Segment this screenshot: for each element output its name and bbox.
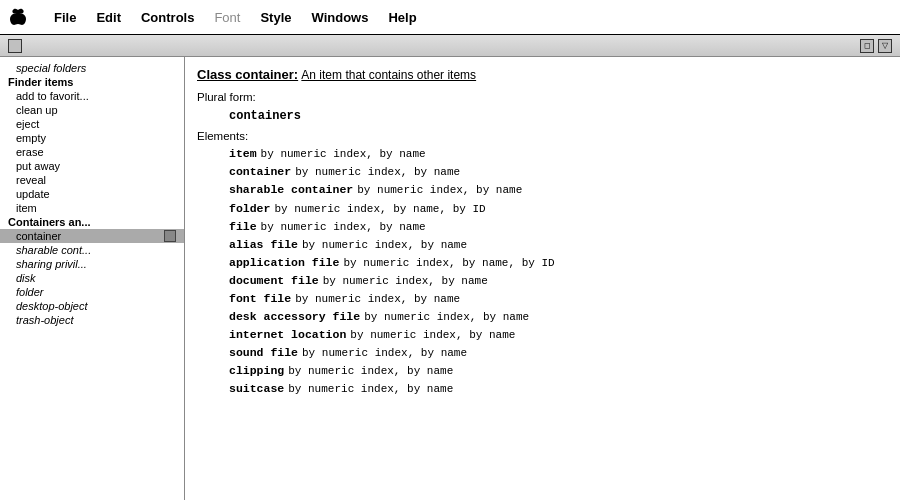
- element-name: font file: [229, 290, 291, 308]
- menu-item-windows[interactable]: Windows: [302, 8, 379, 27]
- sidebar-item-special-folders[interactable]: special folders: [0, 61, 184, 75]
- sidebar-item-update[interactable]: update: [0, 187, 184, 201]
- element-desc: by numeric index, by name: [261, 146, 426, 163]
- sidebar-item-container[interactable]: container: [0, 229, 184, 243]
- element-desc: by numeric index, by name: [302, 237, 467, 254]
- sidebar-item-item[interactable]: item: [0, 201, 184, 215]
- element-row: container by numeric index, by name: [197, 163, 888, 181]
- element-name: folder: [229, 200, 270, 218]
- element-name: document file: [229, 272, 319, 290]
- sidebar-item-erase[interactable]: erase: [0, 145, 184, 159]
- element-row: application file by numeric index, by na…: [197, 254, 888, 272]
- element-name: clipping: [229, 362, 284, 380]
- menu-bar: FileEditControlsFontStyleWindowsHelp: [0, 0, 900, 35]
- collapse-button[interactable]: ▽: [878, 39, 892, 53]
- element-desc: by numeric index, by name: [323, 273, 488, 290]
- element-row: file by numeric index, by name: [197, 218, 888, 236]
- menu-item-edit[interactable]: Edit: [86, 8, 131, 27]
- sidebar-item-add-to-favorit---[interactable]: add to favorit...: [0, 89, 184, 103]
- sidebar-item-empty[interactable]: empty: [0, 131, 184, 145]
- element-desc: by numeric index, by name: [288, 363, 453, 380]
- element-desc: by numeric index, by name, by ID: [343, 255, 554, 272]
- sidebar-item-reveal[interactable]: reveal: [0, 173, 184, 187]
- element-name: alias file: [229, 236, 298, 254]
- elements-label: Elements:: [197, 128, 888, 146]
- element-name: file: [229, 218, 257, 236]
- element-desc: by numeric index, by name: [357, 182, 522, 199]
- close-button[interactable]: [8, 39, 22, 53]
- sidebar-item-folder[interactable]: folder: [0, 285, 184, 299]
- element-row: folder by numeric index, by name, by ID: [197, 200, 888, 218]
- element-row: item by numeric index, by name: [197, 145, 888, 163]
- element-desc: by numeric index, by name: [261, 219, 426, 236]
- element-row: sound file by numeric index, by name: [197, 344, 888, 362]
- sidebar: special foldersFinder itemsadd to favori…: [0, 57, 185, 500]
- menu-item-style[interactable]: Style: [250, 8, 301, 27]
- element-name: suitcase: [229, 380, 284, 398]
- element-desc: by numeric index, by name: [288, 381, 453, 398]
- element-row: clipping by numeric index, by name: [197, 362, 888, 380]
- menu-item-controls[interactable]: Controls: [131, 8, 204, 27]
- title-bar: ◻ ▽: [0, 35, 900, 57]
- sidebar-item-put-away[interactable]: put away: [0, 159, 184, 173]
- zoom-button[interactable]: ◻: [860, 39, 874, 53]
- element-name: application file: [229, 254, 339, 272]
- sidebar-item-eject[interactable]: eject: [0, 117, 184, 131]
- sidebar-item-disk[interactable]: disk: [0, 271, 184, 285]
- window-controls: ◻ ▽: [860, 39, 892, 53]
- element-row: internet location by numeric index, by n…: [197, 326, 888, 344]
- element-row: document file by numeric index, by name: [197, 272, 888, 290]
- element-row: font file by numeric index, by name: [197, 290, 888, 308]
- elements-list: item by numeric index, by namecontainer …: [197, 145, 888, 398]
- element-row: desk accessory file by numeric index, by…: [197, 308, 888, 326]
- element-name: sharable container: [229, 181, 353, 199]
- plural-value: containers: [229, 107, 888, 126]
- element-desc: by numeric index, by name: [295, 164, 460, 181]
- element-desc: by numeric index, by name, by ID: [274, 201, 485, 218]
- sidebar-item-finder-items[interactable]: Finder items: [0, 75, 184, 89]
- sidebar-item-trash-object[interactable]: trash-object: [0, 313, 184, 327]
- menu-item-font[interactable]: Font: [204, 8, 250, 27]
- sidebar-item-clean-up[interactable]: clean up: [0, 103, 184, 117]
- class-header: Class container: An item that contains o…: [197, 65, 888, 85]
- menu-item-help[interactable]: Help: [378, 8, 426, 27]
- menu-item-file[interactable]: File: [44, 8, 86, 27]
- sidebar-item-sharing-privil---[interactable]: sharing privil...: [0, 257, 184, 271]
- sidebar-item-sharable-cont---[interactable]: sharable cont...: [0, 243, 184, 257]
- element-desc: by numeric index, by name: [295, 291, 460, 308]
- element-row: alias file by numeric index, by name: [197, 236, 888, 254]
- element-name: desk accessory file: [229, 308, 360, 326]
- class-name: Class container:: [197, 67, 298, 82]
- element-row: suitcase by numeric index, by name: [197, 380, 888, 398]
- element-name: container: [229, 163, 291, 181]
- element-desc: by numeric index, by name: [350, 327, 515, 344]
- sidebar-item-containers-an---[interactable]: Containers an...: [0, 215, 184, 229]
- element-name: internet location: [229, 326, 346, 344]
- main-area: special foldersFinder itemsadd to favori…: [0, 57, 900, 500]
- element-desc: by numeric index, by name: [302, 345, 467, 362]
- sidebar-item-desktop-object[interactable]: desktop-object: [0, 299, 184, 313]
- content-area: Class container: An item that contains o…: [185, 57, 900, 500]
- element-name: sound file: [229, 344, 298, 362]
- element-row: sharable container by numeric index, by …: [197, 181, 888, 199]
- apple-logo[interactable]: [8, 7, 28, 27]
- element-desc: by numeric index, by name: [364, 309, 529, 326]
- class-desc: An item that contains other items: [301, 68, 476, 82]
- plural-label: Plural form:: [197, 89, 888, 107]
- element-name: item: [229, 145, 257, 163]
- scroll-indicator: [164, 230, 176, 242]
